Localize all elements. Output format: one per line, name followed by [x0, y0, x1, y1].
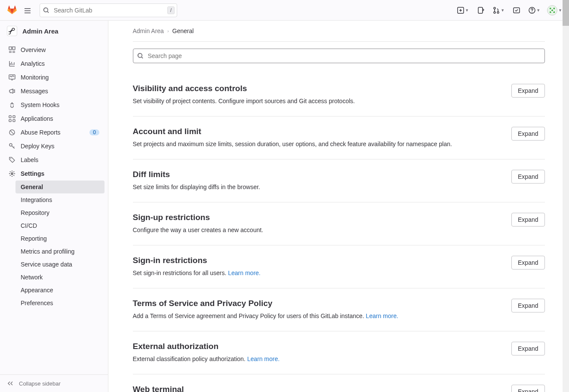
- nav-sub-metrics[interactable]: Metrics and profiling: [15, 245, 105, 258]
- sidebar-header[interactable]: Admin Area: [0, 21, 108, 41]
- collapse-sidebar-button[interactable]: Collapse sidebar: [0, 374, 108, 392]
- nav-sub-integrations[interactable]: Integrations: [15, 193, 105, 206]
- nav-overview[interactable]: Overview: [3, 43, 105, 57]
- learn-more-link[interactable]: Learn more.: [228, 270, 260, 276]
- search-icon: [43, 7, 49, 13]
- nav-sub-reporting[interactable]: Reporting: [15, 232, 105, 245]
- nav-sub-service-usage[interactable]: Service usage data: [15, 258, 105, 271]
- section-description: Set size limits for displaying diffs in …: [133, 183, 505, 192]
- nav-monitoring[interactable]: Monitoring: [3, 70, 105, 84]
- expand-button[interactable]: Expand: [511, 213, 544, 227]
- chevron-down-icon: ▼: [536, 8, 540, 12]
- user-menu[interactable]: ▼: [547, 5, 562, 15]
- scrollbar[interactable]: [563, 0, 569, 392]
- admin-area-icon: [7, 26, 17, 36]
- learn-more-link[interactable]: Learn more.: [247, 355, 280, 362]
- svg-rect-7: [9, 47, 12, 49]
- nav-label: Deploy Keys: [21, 143, 99, 150]
- collapse-label: Collapse sidebar: [19, 380, 61, 387]
- sidebar: Admin Area Overview Analytics Monitoring…: [0, 21, 108, 392]
- nav-sub-general[interactable]: General: [15, 181, 105, 193]
- topbar-actions: ▼ ▼ ▼ ▼: [457, 5, 562, 15]
- nav-analytics[interactable]: Analytics: [3, 57, 105, 70]
- svg-rect-1: [478, 7, 483, 13]
- nav-label: Applications: [21, 115, 99, 122]
- svg-rect-10: [9, 116, 11, 118]
- nav-label: Settings: [21, 170, 99, 177]
- expand-button[interactable]: Expand: [511, 342, 544, 355]
- merge-requests-menu[interactable]: ▼: [493, 7, 504, 14]
- nav-messages[interactable]: Messages: [3, 84, 105, 98]
- section-title: Sign-up restrictions: [133, 213, 505, 222]
- hooks-icon: [9, 101, 15, 108]
- abuse-icon: [9, 129, 15, 136]
- nav-labels[interactable]: Labels: [3, 153, 105, 167]
- nav-sub-cicd[interactable]: CI/CD: [15, 219, 105, 232]
- breadcrumb-parent[interactable]: Admin Area: [133, 28, 164, 34]
- section-description: Set sign-in restrictions for all users. …: [133, 269, 505, 278]
- expand-button[interactable]: Expand: [511, 256, 544, 270]
- nav-label: Monitoring: [21, 74, 99, 81]
- nav-sub-repository[interactable]: Repository: [15, 206, 105, 219]
- gitlab-logo[interactable]: [7, 5, 17, 15]
- todos-icon[interactable]: [511, 5, 522, 15]
- sidebar-nav: Overview Analytics Monitoring Messages S…: [0, 41, 108, 374]
- svg-point-4: [497, 12, 499, 13]
- nav-sub-preferences[interactable]: Preferences: [15, 297, 105, 309]
- global-search: /: [40, 3, 177, 17]
- create-menu[interactable]: ▼: [457, 7, 469, 14]
- settings-section: Terms of Service and Privacy Policy Add …: [133, 288, 545, 331]
- help-menu[interactable]: ▼: [529, 7, 540, 14]
- nav-abuse-reports[interactable]: Abuse Reports 0: [3, 126, 105, 139]
- chevron-right-icon: ›: [167, 28, 169, 34]
- svg-rect-11: [13, 116, 15, 118]
- learn-more-link[interactable]: Learn more.: [366, 312, 398, 319]
- issues-icon[interactable]: [476, 5, 486, 15]
- section-title: Terms of Service and Privacy Policy: [133, 299, 505, 308]
- topbar: / ▼ ▼ ▼ ▼: [0, 0, 569, 21]
- nav-badge: 0: [89, 129, 99, 135]
- expand-button[interactable]: Expand: [511, 170, 544, 184]
- nav-settings[interactable]: Settings: [3, 167, 105, 181]
- svg-point-2: [494, 7, 495, 9]
- global-search-input[interactable]: [40, 3, 177, 17]
- nav-sub-network[interactable]: Network: [15, 271, 105, 284]
- nav-sub-appearance[interactable]: Appearance: [15, 284, 105, 297]
- svg-rect-13: [13, 119, 15, 122]
- settings-section: Visibility and access controls Set visib…: [133, 74, 545, 116]
- expand-button[interactable]: Expand: [511, 127, 544, 141]
- section-description: External classification policy authoriza…: [133, 355, 505, 364]
- monitoring-icon: [9, 74, 15, 81]
- settings-section: Account and limit Set projects and maxim…: [133, 116, 545, 159]
- section-description: Configure the way a user creates a new a…: [133, 226, 505, 235]
- settings-section: Diff limits Set size limits for displayi…: [133, 159, 545, 202]
- expand-button[interactable]: Expand: [511, 84, 544, 98]
- settings-section: External authorization External classifi…: [133, 331, 545, 374]
- svg-rect-12: [9, 119, 11, 122]
- nav-system-hooks[interactable]: System Hooks: [3, 98, 105, 112]
- section-description: Add a Terms of Service agreement and Pri…: [133, 312, 505, 321]
- messages-icon: [9, 88, 15, 95]
- expand-button[interactable]: Expand: [511, 299, 544, 312]
- page-search-input[interactable]: [133, 49, 545, 63]
- nav-label: System Hooks: [21, 101, 99, 108]
- nav-label: Analytics: [21, 60, 99, 67]
- section-title: Account and limit: [133, 127, 505, 136]
- svg-point-17: [11, 173, 13, 175]
- expand-button[interactable]: Expand: [511, 385, 544, 392]
- section-description: Set projects and maximum size limits, se…: [133, 140, 505, 149]
- chevron-down-icon: ▼: [465, 8, 469, 12]
- nav-deploy-keys[interactable]: Deploy Keys: [3, 139, 105, 153]
- key-icon: [9, 143, 15, 150]
- sidebar-title: Admin Area: [22, 28, 58, 35]
- section-title: External authorization: [133, 342, 505, 351]
- page-search: [133, 49, 545, 63]
- settings-section: Web terminal Set the maximum session tim…: [133, 374, 545, 392]
- section-title: Visibility and access controls: [133, 84, 505, 93]
- nav-applications[interactable]: Applications: [3, 112, 105, 126]
- chevron-down-icon: ▼: [501, 8, 504, 12]
- hamburger-menu-icon[interactable]: [21, 3, 34, 17]
- search-kbd-hint: /: [167, 6, 175, 14]
- analytics-icon: [9, 60, 15, 67]
- nav-label: Labels: [21, 156, 99, 163]
